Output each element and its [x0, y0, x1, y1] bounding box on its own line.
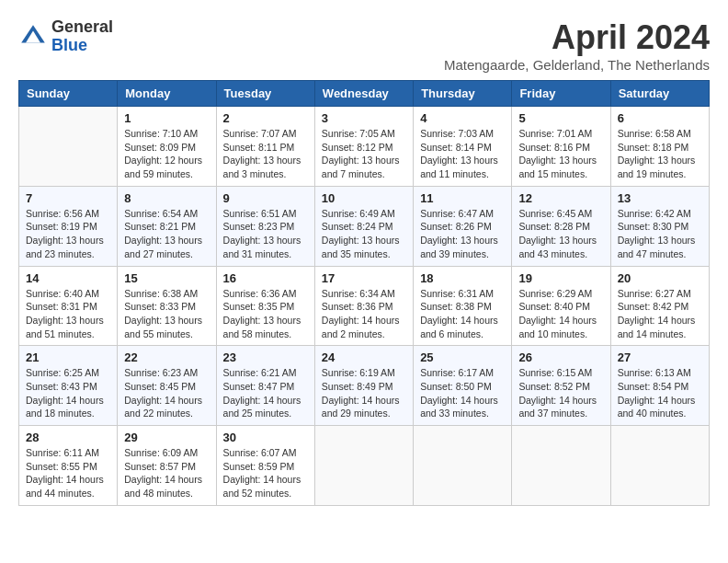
calendar-cell: 19Sunrise: 6:29 AM Sunset: 8:40 PM Dayli… [512, 266, 610, 346]
week-row-2: 7Sunrise: 6:56 AM Sunset: 8:19 PM Daylig… [19, 186, 710, 266]
calendar-cell: 14Sunrise: 6:40 AM Sunset: 8:31 PM Dayli… [19, 266, 118, 346]
calendar-body: 1Sunrise: 7:10 AM Sunset: 8:09 PM Daylig… [19, 107, 710, 506]
day-number: 26 [518, 350, 603, 364]
day-number: 18 [420, 271, 505, 285]
day-info: Sunrise: 6:31 AM Sunset: 8:38 PM Dayligh… [420, 287, 505, 341]
week-row-5: 28Sunrise: 6:11 AM Sunset: 8:55 PM Dayli… [19, 426, 710, 506]
day-number: 1 [124, 111, 209, 125]
day-number: 16 [223, 271, 308, 285]
calendar-cell: 24Sunrise: 6:19 AM Sunset: 8:49 PM Dayli… [314, 346, 413, 426]
calendar-cell: 5Sunrise: 7:01 AM Sunset: 8:16 PM Daylig… [512, 107, 610, 187]
day-number: 13 [618, 191, 702, 205]
day-info: Sunrise: 7:03 AM Sunset: 8:14 PM Dayligh… [420, 127, 505, 181]
day-number: 21 [26, 350, 110, 364]
day-info: Sunrise: 6:54 AM Sunset: 8:21 PM Dayligh… [124, 207, 209, 261]
header-row: SundayMondayTuesdayWednesdayThursdayFrid… [19, 81, 710, 107]
calendar-cell: 6Sunrise: 6:58 AM Sunset: 8:18 PM Daylig… [610, 107, 709, 187]
day-number: 2 [223, 111, 308, 125]
logo-general: General [51, 18, 113, 37]
day-number: 23 [223, 350, 308, 364]
day-number: 24 [322, 350, 406, 364]
day-info: Sunrise: 6:34 AM Sunset: 8:36 PM Dayligh… [322, 287, 406, 341]
day-number: 17 [322, 271, 406, 285]
calendar-cell: 7Sunrise: 6:56 AM Sunset: 8:19 PM Daylig… [19, 186, 118, 266]
day-number: 29 [124, 431, 209, 444]
header-tuesday: Tuesday [216, 81, 314, 107]
calendar-cell [19, 107, 118, 187]
day-info: Sunrise: 6:42 AM Sunset: 8:30 PM Dayligh… [618, 207, 702, 261]
day-info: Sunrise: 7:05 AM Sunset: 8:12 PM Dayligh… [322, 127, 406, 181]
day-number: 7 [26, 191, 110, 205]
calendar-cell [314, 426, 413, 506]
day-number: 8 [124, 191, 209, 205]
calendar-cell: 9Sunrise: 6:51 AM Sunset: 8:23 PM Daylig… [216, 186, 314, 266]
calendar-cell: 3Sunrise: 7:05 AM Sunset: 8:12 PM Daylig… [314, 107, 413, 187]
calendar-cell [414, 426, 512, 506]
calendar-cell: 17Sunrise: 6:34 AM Sunset: 8:36 PM Dayli… [314, 266, 413, 346]
week-row-4: 21Sunrise: 6:25 AM Sunset: 8:43 PM Dayli… [19, 346, 710, 426]
day-number: 28 [26, 431, 110, 444]
calendar-cell: 18Sunrise: 6:31 AM Sunset: 8:38 PM Dayli… [414, 266, 512, 346]
day-info: Sunrise: 6:15 AM Sunset: 8:52 PM Dayligh… [518, 366, 603, 420]
day-info: Sunrise: 6:11 AM Sunset: 8:55 PM Dayligh… [26, 446, 110, 500]
calendar-cell: 29Sunrise: 6:09 AM Sunset: 8:57 PM Dayli… [118, 426, 216, 506]
week-row-3: 14Sunrise: 6:40 AM Sunset: 8:31 PM Dayli… [19, 266, 710, 346]
day-info: Sunrise: 6:36 AM Sunset: 8:35 PM Dayligh… [223, 287, 308, 341]
day-number: 9 [223, 191, 308, 205]
day-number: 30 [223, 431, 308, 444]
day-number: 25 [420, 350, 505, 364]
calendar-cell: 27Sunrise: 6:13 AM Sunset: 8:54 PM Dayli… [610, 346, 709, 426]
header-saturday: Saturday [610, 81, 709, 107]
day-number: 15 [124, 271, 209, 285]
day-info: Sunrise: 6:23 AM Sunset: 8:45 PM Dayligh… [124, 366, 209, 420]
day-number: 10 [322, 191, 406, 205]
week-row-1: 1Sunrise: 7:10 AM Sunset: 8:09 PM Daylig… [19, 107, 710, 187]
calendar-cell: 10Sunrise: 6:49 AM Sunset: 8:24 PM Dayli… [314, 186, 413, 266]
calendar-cell [512, 426, 610, 506]
logo-icon [18, 22, 48, 52]
header-wednesday: Wednesday [314, 81, 413, 107]
day-number: 6 [618, 111, 702, 125]
day-info: Sunrise: 6:25 AM Sunset: 8:43 PM Dayligh… [26, 366, 110, 420]
logo-blue: Blue [51, 37, 113, 55]
calendar-header: SundayMondayTuesdayWednesdayThursdayFrid… [19, 81, 710, 107]
day-info: Sunrise: 6:27 AM Sunset: 8:42 PM Dayligh… [618, 287, 702, 341]
day-info: Sunrise: 6:13 AM Sunset: 8:54 PM Dayligh… [618, 366, 702, 420]
calendar-cell: 12Sunrise: 6:45 AM Sunset: 8:28 PM Dayli… [512, 186, 610, 266]
calendar-cell: 30Sunrise: 6:07 AM Sunset: 8:59 PM Dayli… [216, 426, 314, 506]
calendar-cell: 16Sunrise: 6:36 AM Sunset: 8:35 PM Dayli… [216, 266, 314, 346]
day-info: Sunrise: 6:49 AM Sunset: 8:24 PM Dayligh… [322, 207, 406, 261]
day-info: Sunrise: 6:47 AM Sunset: 8:26 PM Dayligh… [420, 207, 505, 261]
page-header: General Blue April 2024 Matengaarde, Gel… [18, 18, 710, 73]
day-info: Sunrise: 6:09 AM Sunset: 8:57 PM Dayligh… [124, 446, 209, 500]
calendar-cell: 23Sunrise: 6:21 AM Sunset: 8:47 PM Dayli… [216, 346, 314, 426]
day-info: Sunrise: 6:40 AM Sunset: 8:31 PM Dayligh… [26, 287, 110, 341]
calendar-table: SundayMondayTuesdayWednesdayThursdayFrid… [18, 80, 710, 506]
header-sunday: Sunday [19, 81, 118, 107]
logo-text: General Blue [51, 18, 113, 55]
day-number: 5 [518, 111, 603, 125]
header-friday: Friday [512, 81, 610, 107]
calendar-cell: 8Sunrise: 6:54 AM Sunset: 8:21 PM Daylig… [118, 186, 216, 266]
day-info: Sunrise: 6:56 AM Sunset: 8:19 PM Dayligh… [26, 207, 110, 261]
day-info: Sunrise: 7:07 AM Sunset: 8:11 PM Dayligh… [223, 127, 308, 181]
day-info: Sunrise: 6:38 AM Sunset: 8:33 PM Dayligh… [124, 287, 209, 341]
day-info: Sunrise: 6:29 AM Sunset: 8:40 PM Dayligh… [518, 287, 603, 341]
calendar-cell: 22Sunrise: 6:23 AM Sunset: 8:45 PM Dayli… [118, 346, 216, 426]
day-info: Sunrise: 6:17 AM Sunset: 8:50 PM Dayligh… [420, 366, 505, 420]
title-area: April 2024 Matengaarde, Gelderland, The … [444, 18, 710, 73]
day-number: 20 [618, 271, 702, 285]
month-title: April 2024 [444, 18, 710, 57]
logo: General Blue [18, 18, 113, 55]
day-info: Sunrise: 6:58 AM Sunset: 8:18 PM Dayligh… [618, 127, 702, 181]
day-number: 19 [518, 271, 603, 285]
calendar-cell: 13Sunrise: 6:42 AM Sunset: 8:30 PM Dayli… [610, 186, 709, 266]
calendar-cell: 15Sunrise: 6:38 AM Sunset: 8:33 PM Dayli… [118, 266, 216, 346]
calendar-cell: 26Sunrise: 6:15 AM Sunset: 8:52 PM Dayli… [512, 346, 610, 426]
calendar-cell: 1Sunrise: 7:10 AM Sunset: 8:09 PM Daylig… [118, 107, 216, 187]
calendar-cell: 25Sunrise: 6:17 AM Sunset: 8:50 PM Dayli… [414, 346, 512, 426]
calendar-cell: 20Sunrise: 6:27 AM Sunset: 8:42 PM Dayli… [610, 266, 709, 346]
day-number: 11 [420, 191, 505, 205]
calendar-cell: 4Sunrise: 7:03 AM Sunset: 8:14 PM Daylig… [414, 107, 512, 187]
day-info: Sunrise: 7:01 AM Sunset: 8:16 PM Dayligh… [518, 127, 603, 181]
